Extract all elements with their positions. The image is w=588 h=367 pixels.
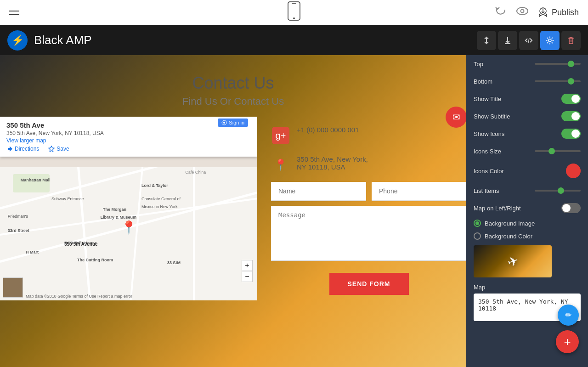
top-bar: Publish <box>0 0 588 25</box>
top-slider[interactable] <box>535 63 581 65</box>
contact-info: g+ +1 (0) 000 0000 001 ✉ 📍 350 5th Ave <box>257 117 466 304</box>
settings-tool-button[interactable] <box>540 31 560 50</box>
section-subtitle: Find Us Or Contact Us <box>182 96 284 107</box>
contact-phone: g+ +1 (0) 000 0000 001 <box>271 126 466 145</box>
icons-color-label: Icons Color <box>474 168 504 175</box>
map-address-sub: 350 5th Ave, New York, NY 10118, USA <box>6 130 104 136</box>
undo-icon[interactable] <box>494 6 507 19</box>
pencil-icon: ✏ <box>565 310 572 320</box>
svg-point-3 <box>517 7 528 15</box>
bg-image-preview[interactable]: ✈ <box>474 245 552 277</box>
svg-line-10 <box>528 38 529 43</box>
map-background: 350 5th Ave 350 5th Ave, New York, NY 10… <box>0 117 257 300</box>
show-icons-toggle[interactable] <box>561 129 581 139</box>
zoom-out-button[interactable]: − <box>242 271 253 282</box>
icons-color-swatch[interactable] <box>566 164 581 178</box>
publish-label: Publish <box>552 8 579 17</box>
svg-point-17 <box>223 122 225 124</box>
name-input[interactable] <box>271 182 366 201</box>
bg-color-label: Background Color <box>485 233 532 240</box>
top-bar-center <box>288 1 300 24</box>
show-icons-toggle-knob <box>571 130 580 138</box>
panel-top-row: Top <box>466 55 588 73</box>
brand-tools <box>477 31 581 50</box>
show-subtitle-toggle[interactable] <box>561 111 581 121</box>
map-thumbnail <box>3 277 23 298</box>
panel-bottom-row: Bottom <box>466 73 588 90</box>
sign-in-label: Sign in <box>229 120 244 125</box>
contact-address: 📍 350 5th Ave, New York, NY 10118, USA <box>271 155 466 175</box>
icons-size-slider[interactable] <box>535 150 581 152</box>
map-lr-toggle-knob <box>562 204 571 212</box>
map-lr-toggle[interactable] <box>561 203 581 213</box>
svg-marker-18 <box>8 146 12 152</box>
svg-rect-1 <box>292 3 296 4</box>
preview-icon[interactable] <box>516 6 529 18</box>
map-sign-in-button[interactable]: Sign in <box>218 119 248 127</box>
phone-icon-wrap: g+ <box>271 126 290 145</box>
brand-name: Black AMP <box>34 33 92 47</box>
list-items-slider[interactable] <box>535 190 581 192</box>
map-actions: Directions Save <box>6 146 251 152</box>
lightning-icon: ⚡ <box>11 34 24 46</box>
airplane-icon: ✈ <box>505 253 520 271</box>
phone-device-icon <box>288 9 300 23</box>
show-title-toggle[interactable] <box>561 94 581 104</box>
code-tool-button[interactable] <box>519 31 538 50</box>
message-textarea[interactable] <box>271 206 466 261</box>
panel-list-items-row: List Items <box>466 182 588 199</box>
bg-image-radio[interactable] <box>474 220 481 227</box>
show-subtitle-label: Show Subtitle <box>474 113 510 120</box>
svg-point-4 <box>520 10 524 13</box>
zoom-in-button[interactable]: + <box>242 260 253 271</box>
show-title-label: Show Title <box>474 96 501 102</box>
panel-icons-color-row: Icons Color <box>466 160 588 182</box>
map-container: 350 5th Ave 350 5th Ave, New York, NY 10… <box>0 117 257 300</box>
svg-point-11 <box>548 39 551 42</box>
form-row-name-phone <box>271 182 466 201</box>
list-items-label: List Items <box>474 187 499 194</box>
panel-bg-color-row: Background Color <box>466 230 588 243</box>
directions-label: Directions <box>15 146 39 152</box>
show-icons-label: Show Icons <box>474 130 504 137</box>
map-overlay: 350 5th Ave 350 5th Ave, New York, NY 10… <box>0 117 257 157</box>
publish-button[interactable]: Publish <box>538 7 579 17</box>
save-map-button[interactable]: Save <box>48 146 69 152</box>
map-pin: 📍 <box>121 220 137 235</box>
panel-show-icons-row: Show Icons <box>466 125 588 142</box>
sort-tool-button[interactable] <box>477 31 496 50</box>
map-copyright: Map data ©2018 Google Terms of Use Repor… <box>26 294 132 299</box>
map-tiles: Manhattan Mall Subway Entrance The Morga… <box>0 167 257 300</box>
brand-icon: ⚡ <box>7 30 28 51</box>
bg-image-label: Background Image <box>485 220 535 227</box>
canvas-background: Contact Us Find Us Or Contact Us 350 5th… <box>0 55 466 367</box>
add-fab-button[interactable]: + <box>556 330 579 353</box>
map-view-larger[interactable]: View larger map <box>6 137 104 144</box>
bg-color-radio[interactable] <box>474 232 481 240</box>
show-title-toggle-knob <box>571 95 580 103</box>
panel-icons-size-row: Icons Size <box>466 142 588 160</box>
bottom-label: Bottom <box>474 78 492 85</box>
panel-show-subtitle-row: Show Subtitle <box>466 107 588 125</box>
panel-bg-image-row: Background Image <box>466 217 588 230</box>
map-pin-icon: 📍 <box>272 156 289 174</box>
brand-left: ⚡ Black AMP <box>7 30 92 51</box>
panel-map-label: Map <box>474 284 581 291</box>
plus-icon: + <box>564 335 571 349</box>
top-label: Top <box>474 61 483 68</box>
svg-marker-19 <box>49 146 54 152</box>
top-bar-right: Publish <box>494 6 579 19</box>
edit-fab-button[interactable]: ✏ <box>558 305 579 326</box>
directions-button[interactable]: Directions <box>6 146 39 152</box>
icons-size-label: Icons Size <box>474 148 501 155</box>
map-zoom-controls: + − <box>242 260 253 282</box>
bottom-slider[interactable] <box>535 80 581 82</box>
main-content: Contact Us Find Us Or Contact Us 350 5th… <box>0 55 588 367</box>
delete-tool-button[interactable] <box>561 31 581 50</box>
phone-input[interactable] <box>372 182 466 201</box>
hamburger-menu[interactable] <box>9 11 19 15</box>
google-plus-icon: g+ <box>272 127 289 144</box>
save-map-label: Save <box>57 146 69 152</box>
download-tool-button[interactable] <box>498 31 517 50</box>
send-form-button[interactable]: SEND FORM <box>329 273 409 295</box>
